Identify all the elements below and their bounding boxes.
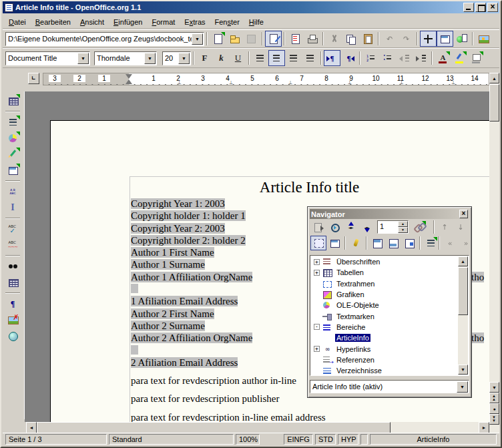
status-page-style[interactable]: Standard — [109, 434, 234, 445]
paste-button[interactable] — [359, 31, 376, 47]
menu-hilfe[interactable]: Hilfe — [244, 17, 268, 27]
navigator-title-bar[interactable]: Navigator × — [310, 209, 469, 219]
document-heading[interactable]: Article Info title — [130, 179, 489, 196]
spin-down-icon[interactable]: ▼ — [398, 227, 408, 233]
menu-datei[interactable]: Datei — [4, 17, 31, 27]
stylist-button[interactable] — [437, 31, 453, 47]
horizontal-scrollbar[interactable]: ◄ ► — [26, 422, 489, 433]
menu-einfuegen[interactable]: Einfügen — [109, 17, 147, 27]
tab-stop-marker[interactable] — [177, 80, 182, 85]
tree-item-referenzen[interactable]: Referenzen — [311, 355, 458, 365]
tab-stop-marker[interactable] — [288, 80, 294, 85]
insert-object-button[interactable] — [5, 130, 21, 146]
menu-format[interactable]: Format — [147, 17, 180, 27]
copy-button[interactable] — [342, 31, 359, 47]
expander-icon[interactable]: - — [314, 324, 320, 330]
expander-icon[interactable]: + — [314, 270, 320, 276]
tree-item-articleinfo[interactable]: ArticleInfo — [311, 332, 458, 343]
form-functions-button[interactable] — [5, 162, 21, 178]
paragraph-style-combobox[interactable]: Document Title ▼ — [5, 51, 90, 65]
open-button[interactable] — [226, 31, 243, 47]
scroll-right-icon[interactable]: ► — [479, 422, 489, 433]
status-page[interactable]: Seite 1 / 3 — [5, 434, 107, 445]
redo-button[interactable]: ↷ — [398, 31, 415, 47]
decrease-indent-button[interactable] — [396, 50, 413, 66]
scroll-up-icon[interactable]: ▲ — [489, 73, 499, 83]
align-left-button[interactable] — [252, 50, 268, 66]
vertical-scrollbar[interactable]: ▲ ▼ ▲▲ ● ▼▼ — [489, 73, 499, 434]
minimize-button[interactable] — [463, 3, 474, 12]
autospellcheck-button[interactable] — [5, 237, 21, 253]
find-replace-button[interactable] — [5, 258, 21, 274]
doc-fragment[interactable]: tho — [471, 332, 489, 344]
previous-page-icon[interactable]: ▲▲ — [489, 393, 499, 403]
tab-stop-marker[interactable] — [229, 80, 234, 85]
navigator-close-icon[interactable]: × — [459, 210, 468, 218]
previous-button[interactable] — [342, 220, 358, 234]
navigation-dot-icon[interactable]: ● — [489, 403, 499, 414]
gallery-button[interactable] — [475, 31, 492, 47]
tab-stop-marker[interactable] — [451, 80, 457, 85]
navigator-button[interactable] — [420, 31, 437, 47]
direct-cursor-button[interactable]: I — [5, 200, 21, 216]
maximize-button[interactable] — [475, 3, 486, 12]
set-reminder-button[interactable] — [348, 236, 364, 250]
menu-bearbeiten[interactable]: Bearbeiten — [31, 17, 75, 27]
demote-level-button[interactable]: » — [458, 236, 474, 250]
left-to-right-button[interactable]: ¶ — [324, 50, 340, 66]
status-hyperlink-mode[interactable]: HYP — [338, 434, 358, 445]
scrollbar-thumb[interactable] — [458, 267, 468, 315]
cut-button[interactable] — [326, 31, 342, 47]
align-right-button[interactable] — [285, 50, 302, 66]
tree-item-verzeichnisse[interactable]: Verzeichnisse — [311, 365, 458, 376]
next-button[interactable] — [358, 220, 374, 234]
font-size-combobox[interactable]: 20 ▼ — [162, 51, 191, 65]
scrollbar-thumb[interactable] — [489, 84, 499, 122]
scrollbar-thumb[interactable] — [37, 422, 391, 433]
font-color-button[interactable]: A — [435, 50, 451, 66]
numbering-button[interactable] — [362, 50, 379, 66]
data-sources-button[interactable] — [5, 274, 21, 290]
new-document-button[interactable] — [210, 31, 226, 47]
font-name-combobox[interactable]: Thorndale ▼ — [94, 51, 157, 65]
tab-stop-marker[interactable] — [399, 80, 405, 85]
paragraph-background-button[interactable] — [468, 50, 485, 66]
anchor-text-button[interactable] — [401, 236, 417, 250]
draw-functions-button[interactable] — [5, 146, 21, 162]
tree-scrollbar[interactable]: ▲ ▼ — [458, 256, 468, 375]
spin-up-icon[interactable]: ▲ — [398, 221, 408, 227]
nonprinting-characters-button[interactable]: ¶ — [5, 296, 21, 312]
doc-fragment[interactable]: tho — [471, 272, 489, 283]
status-zoom[interactable]: 100% — [236, 434, 260, 445]
align-center-button[interactable] — [268, 50, 285, 66]
align-justify-button[interactable] — [302, 50, 318, 66]
menu-ansicht[interactable]: Ansicht — [75, 17, 109, 27]
hyperlink-dialog-button[interactable] — [453, 31, 470, 47]
tab-stop-marker[interactable] — [348, 80, 353, 85]
tree-item-textrahmen[interactable]: Textrahmen — [311, 278, 458, 289]
document-line[interactable]: para text for revdescription in-line ema… — [131, 412, 489, 422]
tree-item-ueberschriften[interactable]: +Überschriften — [311, 256, 458, 267]
promote-chapter-button[interactable]: ↑ — [437, 220, 453, 234]
highlighting-button[interactable] — [451, 50, 468, 66]
undo-button[interactable]: ↶ — [381, 31, 398, 47]
tree-item-textmarken[interactable]: Textmarken — [311, 310, 458, 321]
scroll-down-icon[interactable]: ▼ — [489, 382, 499, 393]
spellcheck-button[interactable] — [5, 221, 21, 237]
promote-level-button[interactable]: « — [442, 236, 458, 250]
expander-icon[interactable]: + — [314, 346, 320, 352]
export-pdf-button[interactable] — [287, 31, 304, 47]
chevron-down-icon[interactable]: ▼ — [77, 53, 89, 64]
toggle-button[interactable] — [310, 220, 326, 234]
save-button[interactable] — [243, 31, 260, 47]
chevron-down-icon[interactable]: ▼ — [192, 33, 203, 45]
content-view-button[interactable] — [326, 236, 342, 250]
chevron-down-icon[interactable]: ▼ — [178, 53, 190, 64]
menu-extras[interactable]: Extras — [180, 17, 210, 27]
tree-item-grafiken[interactable]: Grafiken — [311, 289, 458, 300]
footer-button[interactable] — [385, 236, 401, 250]
close-button[interactable] — [487, 3, 498, 12]
underline-button[interactable]: U — [230, 50, 246, 66]
menu-fenster[interactable]: Fenster — [210, 17, 244, 27]
insert-fields-button[interactable] — [5, 114, 21, 130]
